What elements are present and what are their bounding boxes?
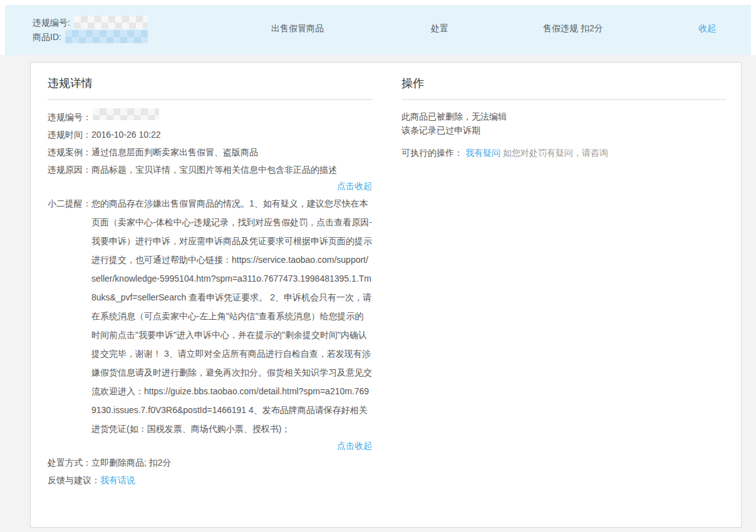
- summary-violation-number-line: 违规编号:: [33, 16, 148, 30]
- available-operations-label: 可执行的操作：: [401, 148, 463, 158]
- collapse-record-link[interactable]: 收起: [698, 23, 716, 34]
- redacted-violation-number-value: [93, 108, 159, 120]
- actions-title: 操作: [401, 63, 726, 100]
- violation-case-label: 违规案例：: [48, 143, 91, 161]
- violation-number-label: 违规编号:: [33, 18, 70, 28]
- summary-id-block: 违规编号: 商品ID:: [33, 16, 148, 44]
- disposal-method-value: 立即删除商品; 扣2分: [91, 454, 172, 471]
- actions-section: 操作 此商品已被删除，无法编辑 该条记录已过申诉期 可执行的操作： 我有疑问 如…: [401, 63, 726, 527]
- violation-details-title: 违规详情: [48, 63, 372, 100]
- disposal-method-row: 处置方式： 立即删除商品; 扣2分: [48, 454, 372, 471]
- reason-collapse-row: 点击收起: [48, 178, 372, 194]
- collapse-reason-link[interactable]: 点击收起: [337, 181, 372, 191]
- violation-case-row: 违规案例： 通过信息层面判断卖家出售假冒、盗版商品: [48, 143, 372, 161]
- violation-time-row: 违规时间： 2016-10-26 10:22: [48, 126, 372, 143]
- violation-case-value: 通过信息层面判断卖家出售假冒、盗版商品: [91, 143, 258, 161]
- collapse-reminder-link[interactable]: 点击收起: [337, 441, 372, 451]
- violation-number-row: 违规编号：: [48, 108, 372, 126]
- staff-reminder-row: 小二提醒： 您的商品存在涉嫌出售假冒商品的情况。1、如有疑义，建议您尽快在本页面…: [48, 194, 372, 438]
- violation-number-label: 违规编号：: [48, 108, 91, 126]
- i-have-doubts-link[interactable]: 我有疑问: [465, 148, 500, 158]
- disposition-text: 处置: [431, 23, 448, 34]
- violation-time-label: 违规时间：: [48, 126, 91, 143]
- actions-status-lines: 此商品已被删除，无法编辑 该条记录已过申诉期: [401, 100, 726, 137]
- violation-details-rows: 违规编号： 违规时间： 2016-10-26 10:22 违规案例： 通过信息层…: [48, 100, 372, 489]
- violation-reason-value: 商品标题，宝贝详情，宝贝图片等相关信息中包含非正品的描述: [91, 161, 337, 178]
- redacted-violation-number: [74, 16, 148, 29]
- status-deleted-text: 此商品已被删除，无法编辑: [401, 110, 726, 123]
- item-id-label: 商品ID:: [33, 32, 61, 42]
- violation-time-value: 2016-10-26 10:22: [91, 126, 161, 143]
- feedback-link[interactable]: 我有话说: [100, 471, 135, 489]
- violation-summary-bar: 违规编号: 商品ID: 出售假冒商品 处置 售假违规 扣2分 收起: [5, 5, 751, 55]
- disposal-method-label: 处置方式：: [48, 454, 91, 471]
- feedback-row: 反馈与建议： 我有话说: [48, 471, 372, 489]
- reminder-collapse-row: 点击收起: [48, 438, 372, 454]
- operations-note-text: 如您对处罚有疑问，请咨询: [503, 148, 608, 158]
- summary-item-id-line: 商品ID:: [33, 30, 148, 44]
- staff-reminder-label: 小二提醒：: [48, 194, 91, 438]
- redacted-item-id: [65, 30, 148, 43]
- status-appeal-expired-text: 该条记录已过申诉期: [401, 123, 726, 137]
- violation-details-section: 违规详情 违规编号： 违规时间： 2016-10-26 10:22 违规案例： …: [48, 63, 372, 527]
- violation-type-text: 出售假冒商品: [271, 23, 324, 34]
- feedback-label: 反馈与建议：: [48, 471, 100, 489]
- staff-reminder-text: 您的商品存在涉嫌出售假冒商品的情况。1、如有疑义，建议您尽快在本页面（卖家中心-…: [91, 194, 372, 438]
- available-operations-row: 可执行的操作： 我有疑问 如您对处罚有疑问，请咨询: [401, 146, 726, 160]
- violation-reason-label: 违规原因：: [48, 161, 91, 178]
- violation-reason-row: 违规原因： 商品标题，宝贝详情，宝贝图片等相关信息中包含非正品的描述: [48, 161, 372, 178]
- violation-detail-panel: 违规详情 违规编号： 违规时间： 2016-10-26 10:22 违规案例： …: [30, 62, 742, 528]
- penalty-points-text: 售假违规 扣2分: [543, 23, 603, 34]
